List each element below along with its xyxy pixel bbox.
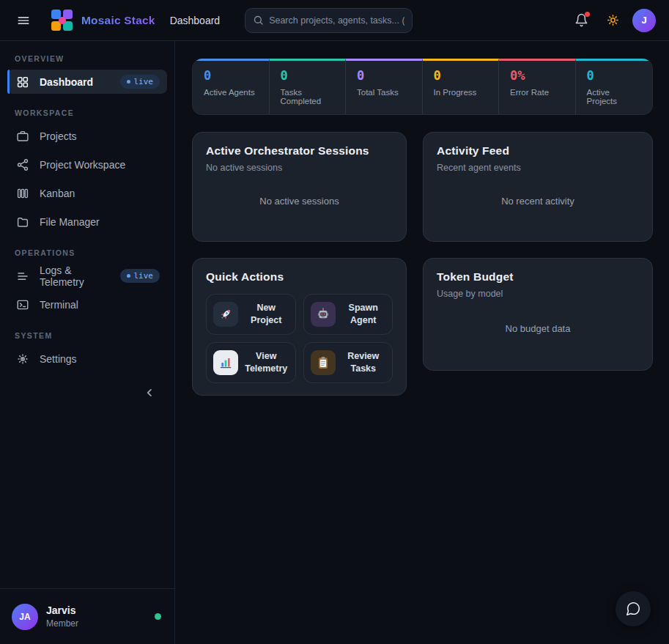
user-name: Jarvis bbox=[46, 604, 78, 616]
sidebar-item-label: Kanban bbox=[40, 188, 75, 199]
grid-icon bbox=[15, 75, 30, 89]
logo-center-dot bbox=[59, 17, 66, 24]
live-dot-icon bbox=[127, 80, 130, 84]
quick-actions-grid: New Project Spawn Agent View Telemetry bbox=[206, 294, 393, 383]
stat-active-projects: 0 Active Projects bbox=[576, 59, 653, 114]
card-subtitle: No active sessions bbox=[206, 163, 393, 173]
review-tasks-button[interactable]: Review Tasks bbox=[303, 342, 393, 383]
sidebar-item-label: Terminal bbox=[40, 299, 78, 311]
header-actions: J bbox=[569, 9, 656, 32]
sidebar-item-project-workspace[interactable]: Project Workspace bbox=[7, 152, 167, 177]
menu-toggle-button[interactable] bbox=[12, 9, 35, 32]
bar-chart-icon bbox=[213, 350, 238, 375]
sidebar-item-logs-telemetry[interactable]: Logs & Telemetry live bbox=[7, 264, 167, 288]
network-icon bbox=[15, 158, 30, 171]
sun-icon bbox=[606, 13, 620, 27]
clipboard-icon bbox=[311, 350, 336, 375]
stat-in-progress: 0 In Progress bbox=[423, 59, 500, 114]
section-label-operations: OPERATIONS bbox=[15, 248, 160, 257]
app-logo bbox=[51, 10, 73, 32]
user-meta: Jarvis Member bbox=[46, 604, 78, 629]
action-label: Spawn Agent bbox=[341, 302, 386, 327]
sidebar-item-label: Dashboard bbox=[40, 76, 93, 88]
chevron-left-icon bbox=[143, 386, 156, 399]
live-badge-label: live bbox=[134, 77, 154, 86]
card-subtitle: Recent agent events bbox=[437, 163, 639, 173]
stat-label: Error Rate bbox=[510, 88, 564, 97]
new-project-button[interactable]: New Project bbox=[206, 294, 296, 335]
stat-label: Tasks Completed bbox=[281, 88, 335, 106]
sidebar-item-file-manager[interactable]: File Manager bbox=[7, 210, 167, 234]
section-label-workspace: WORKSPACE bbox=[15, 108, 160, 117]
menu-icon bbox=[16, 13, 31, 28]
stat-value: 0 bbox=[281, 68, 335, 83]
card-title: Active Orchestrator Sessions bbox=[206, 144, 393, 158]
notifications-button[interactable] bbox=[569, 9, 593, 32]
empty-state-text: No recent activity bbox=[437, 173, 639, 229]
spawn-agent-button[interactable]: Spawn Agent bbox=[303, 294, 393, 335]
section-label-overview: OVERVIEW bbox=[15, 54, 160, 63]
stat-value: 0 bbox=[204, 68, 258, 83]
stat-label: Active Agents bbox=[204, 88, 258, 97]
logs-icon bbox=[15, 270, 30, 283]
sidebar-item-projects[interactable]: Projects bbox=[7, 124, 167, 148]
sidebar-nav: OVERVIEW Dashboard live WORKSPACE Projec… bbox=[0, 41, 174, 588]
stat-label: Total Tasks bbox=[357, 88, 411, 97]
sidebar-item-kanban[interactable]: Kanban bbox=[7, 181, 167, 205]
user-panel[interactable]: JA Jarvis Member bbox=[0, 588, 174, 644]
breadcrumb: Dashboard bbox=[170, 15, 221, 26]
sidebar-item-dashboard[interactable]: Dashboard live bbox=[7, 70, 167, 94]
search-icon bbox=[253, 15, 264, 26]
terminal-icon bbox=[15, 298, 30, 311]
user-avatar[interactable]: J bbox=[632, 9, 656, 32]
live-badge: live bbox=[120, 269, 160, 283]
stat-total-tasks: 0 Total Tasks bbox=[346, 59, 423, 114]
notification-dot bbox=[585, 12, 590, 17]
live-badge-label: live bbox=[134, 271, 154, 281]
quick-actions-card: Quick Actions New Project Spawn Agent bbox=[192, 258, 407, 396]
sidebar-collapse-button[interactable] bbox=[141, 384, 158, 401]
header: Mosaic Stack Dashboard J bbox=[0, 0, 669, 41]
sidebar-item-label: File Manager bbox=[40, 216, 100, 228]
action-label: New Project bbox=[244, 302, 289, 327]
stat-value: 0 bbox=[587, 68, 642, 83]
card-title: Quick Actions bbox=[206, 270, 393, 284]
search-input[interactable] bbox=[269, 15, 404, 26]
stat-tasks-completed: 0 Tasks Completed bbox=[270, 59, 347, 114]
sidebar: OVERVIEW Dashboard live WORKSPACE Projec… bbox=[0, 41, 175, 644]
view-telemetry-button[interactable]: View Telemetry bbox=[206, 342, 296, 383]
user-avatar-initials: JA bbox=[12, 604, 38, 630]
card-title: Token Budget bbox=[437, 270, 639, 284]
brand-title: Mosaic Stack bbox=[81, 14, 155, 27]
sidebar-item-label: Settings bbox=[40, 353, 77, 365]
kanban-icon bbox=[15, 187, 30, 200]
chat-fab-button[interactable] bbox=[616, 591, 651, 626]
stat-value: 0 bbox=[434, 68, 488, 83]
action-label: Review Tasks bbox=[341, 350, 386, 375]
activity-feed-card: Activity Feed Recent agent events No rec… bbox=[423, 132, 653, 242]
briefcase-icon bbox=[15, 130, 30, 143]
section-label-system: SYSTEM bbox=[15, 331, 160, 340]
user-role: Member bbox=[46, 618, 78, 629]
theme-toggle-button[interactable] bbox=[601, 9, 624, 32]
rocket-icon bbox=[213, 302, 238, 327]
live-badge: live bbox=[120, 75, 160, 89]
sidebar-item-terminal[interactable]: Terminal bbox=[7, 292, 167, 317]
chat-bubble-icon bbox=[625, 601, 641, 617]
stat-error-rate: 0% Error Rate bbox=[499, 59, 576, 114]
stat-label: In Progress bbox=[434, 88, 488, 97]
global-search[interactable] bbox=[245, 8, 413, 33]
stat-label: Active Projects bbox=[587, 88, 642, 106]
robot-icon bbox=[311, 302, 336, 327]
empty-state-text: No budget data bbox=[437, 299, 639, 358]
token-budget-card: Token Budget Usage by model No budget da… bbox=[423, 258, 653, 371]
sidebar-item-settings[interactable]: Settings bbox=[7, 347, 167, 371]
gear-icon bbox=[15, 352, 30, 366]
sidebar-item-label: Logs & Telemetry bbox=[40, 264, 111, 288]
live-dot-icon bbox=[127, 274, 130, 278]
sidebar-item-label: Project Workspace bbox=[40, 159, 125, 171]
stat-active-agents: 0 Active Agents bbox=[193, 59, 270, 114]
stat-value: 0 bbox=[357, 68, 411, 83]
stat-value: 0% bbox=[510, 68, 564, 83]
card-title: Activity Feed bbox=[437, 144, 639, 158]
